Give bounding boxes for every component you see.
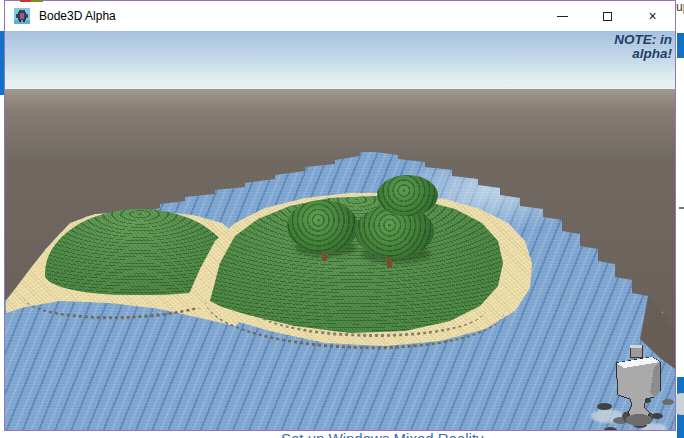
background-blue-panel bbox=[677, 377, 684, 438]
game-viewport[interactable]: NOTE: in alpha! bbox=[5, 31, 675, 430]
robot-character bbox=[606, 343, 668, 429]
minimize-icon bbox=[557, 16, 568, 17]
maximize-icon bbox=[603, 12, 612, 21]
sky bbox=[5, 31, 675, 93]
title-bar[interactable]: Bode3D Alpha × bbox=[5, 1, 675, 31]
background-blue-band-right bbox=[677, 33, 684, 58]
background-window-title-text: Set up Windows Mixed Reality bbox=[281, 430, 484, 438]
close-icon: × bbox=[648, 8, 656, 24]
alpha-note: NOTE: in alpha! bbox=[614, 33, 672, 61]
close-button[interactable]: × bbox=[630, 1, 675, 31]
window-title: Bode3D Alpha bbox=[39, 9, 116, 23]
alpha-note-line1: NOTE: in bbox=[614, 33, 672, 47]
tree-canopy-left bbox=[287, 200, 358, 253]
minimize-button[interactable] bbox=[540, 1, 585, 31]
alpha-note-line2: alpha! bbox=[614, 47, 672, 61]
app-robot-icon[interactable] bbox=[14, 8, 30, 24]
maximize-button[interactable] bbox=[585, 1, 630, 31]
background-text-fragment: up bbox=[676, 0, 684, 16]
tree-canopy-top bbox=[377, 175, 438, 216]
top-edge-green-strip bbox=[31, 0, 43, 2]
app-window: Bode3D Alpha × bbox=[4, 0, 676, 431]
background-gray-dash bbox=[679, 207, 684, 209]
caption-buttons: × bbox=[540, 1, 675, 31]
top-edge-red-strip bbox=[20, 0, 31, 2]
